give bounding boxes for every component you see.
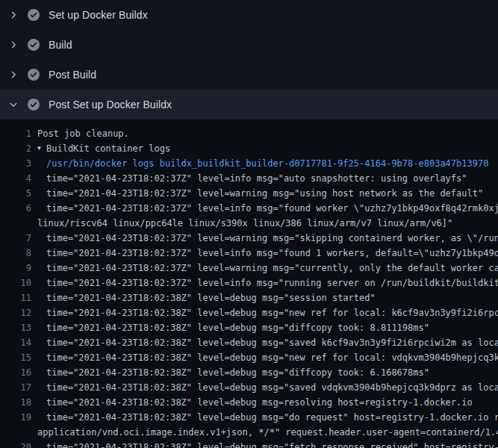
log-line: 18 time="2021-04-23T18:02:38Z" level=deb…: [0, 395, 498, 410]
log-line: 14 time="2021-04-23T18:02:38Z" level=deb…: [0, 335, 498, 350]
log-line-content: time="2021-04-23T18:02:37Z" level=warnin…: [46, 188, 483, 199]
log-line-text: time="2021-04-23T18:02:37Z" level=info m…: [31, 201, 498, 216]
log-line-text: time="2021-04-23T18:02:38Z" level=debug …: [31, 320, 498, 335]
log-line-content: time="2021-04-23T18:02:38Z" level=debug …: [46, 352, 498, 363]
log-line-content: BuildKit container logs: [46, 143, 170, 154]
log-line-number[interactable]: 17: [0, 380, 31, 395]
log-line-number[interactable]: 20: [0, 440, 31, 448]
log-line-content: time="2021-04-23T18:02:37Z" level=info m…: [46, 278, 498, 288]
log-line-number[interactable]: 4: [0, 171, 31, 186]
chevron-right-icon: [7, 39, 19, 51]
log-line: 11 time="2021-04-23T18:02:38Z" level=deb…: [0, 290, 498, 305]
step-label: Build: [49, 39, 72, 51]
log-line-text: /usr/bin/docker logs buildx_buildkit_bui…: [31, 156, 498, 171]
log-line-number[interactable]: 10: [0, 276, 31, 290]
step-label: Post Build: [49, 69, 96, 81]
log-line: 6 time="2021-04-23T18:02:37Z" level=info…: [0, 201, 498, 216]
check-circle-icon: [28, 69, 40, 81]
step-row-setup-docker-buildx[interactable]: Set up Docker Buildx: [0, 0, 498, 30]
chevron-right-icon: [7, 69, 19, 81]
log-line-content: time="2021-04-23T18:02:37Z" level=info m…: [46, 248, 498, 258]
log-line-content: time="2021-04-23T18:02:38Z" level=debug …: [46, 367, 429, 378]
log-line-text: Post job cleanup.: [31, 126, 498, 141]
log-line-number[interactable]: 14: [0, 335, 31, 350]
log-line-text: time="2021-04-23T18:02:38Z" level=debug …: [31, 395, 498, 410]
step-list: Set up Docker Buildx Build Post Build: [0, 0, 498, 119]
log-line-text: time="2021-04-23T18:02:38Z" level=debug …: [31, 350, 498, 365]
log-line-content: time="2021-04-23T18:02:38Z" level=debug …: [46, 382, 498, 393]
log-line: linux/riscv64 linux/ppc64le linux/s390x …: [0, 216, 498, 231]
log-line-content: time="2021-04-23T18:02:38Z" level=debug …: [46, 397, 473, 408]
log-line-number[interactable]: 1: [0, 126, 31, 141]
log-line-number[interactable]: 18: [0, 395, 31, 410]
log-line-number[interactable]: 11: [0, 290, 31, 305]
log-line: 5 time="2021-04-23T18:02:37Z" level=warn…: [0, 186, 498, 201]
log-line: 16 time="2021-04-23T18:02:38Z" level=deb…: [0, 365, 498, 380]
log-line: 2 ▼BuildKit container logs: [0, 141, 498, 156]
log-line-number[interactable]: [0, 425, 31, 440]
step-label: Post Set up Docker Buildx: [49, 99, 172, 111]
log-line-number[interactable]: 19: [0, 410, 31, 425]
log-line-text: time="2021-04-23T18:02:37Z" level=warnin…: [31, 261, 498, 276]
log-line-content: time="2021-04-23T18:02:38Z" level=debug …: [46, 442, 498, 448]
log-line-text: time="2021-04-23T18:02:38Z" level=debug …: [31, 335, 498, 350]
log-line-text: time="2021-04-23T18:02:38Z" level=debug …: [31, 290, 498, 305]
log-line-content: time="2021-04-23T18:02:38Z" level=debug …: [46, 293, 376, 303]
log-line-content: application/vnd.oci.image.index.v1+json,…: [37, 427, 498, 438]
log-line-number[interactable]: 6: [0, 201, 31, 216]
log-line-number[interactable]: 2: [0, 141, 31, 156]
log-line-number[interactable]: 9: [0, 261, 31, 276]
log-line: 9 time="2021-04-23T18:02:37Z" level=warn…: [0, 261, 498, 276]
log-line-content: /usr/bin/docker logs buildx_buildkit_bui…: [46, 158, 488, 169]
actions-log-viewer: Set up Docker Buildx Build Post Build: [0, 0, 498, 448]
log-line: 4 time="2021-04-23T18:02:37Z" level=info…: [0, 171, 498, 186]
log-line-text: time="2021-04-23T18:02:37Z" level=info m…: [31, 276, 498, 290]
log-line-number[interactable]: 13: [0, 320, 31, 335]
log-line-text: time="2021-04-23T18:02:38Z" level=debug …: [31, 365, 498, 380]
log-line-text: application/vnd.oci.image.index.v1+json,…: [31, 425, 498, 440]
log-line-content: Post job cleanup.: [37, 128, 129, 139]
log-line-number[interactable]: 5: [0, 186, 31, 201]
log-line: 12 time="2021-04-23T18:02:38Z" level=deb…: [0, 305, 498, 320]
log-line-content: time="2021-04-23T18:02:38Z" level=debug …: [46, 323, 429, 333]
log-console: 1 Post job cleanup. 2 ▼BuildKit containe…: [0, 119, 498, 448]
log-line-text: time="2021-04-23T18:02:38Z" level=debug …: [31, 380, 498, 395]
log-line-text: time="2021-04-23T18:02:37Z" level=info m…: [31, 246, 498, 261]
log-line-number[interactable]: 15: [0, 350, 31, 365]
log-line: 1 Post job cleanup.: [0, 126, 498, 141]
log-line-content: time="2021-04-23T18:02:37Z" level=warnin…: [46, 263, 498, 273]
log-line-content: time="2021-04-23T18:02:37Z" level=info m…: [46, 203, 498, 214]
step-label: Set up Docker Buildx: [49, 9, 148, 21]
log-line-text: linux/riscv64 linux/ppc64le linux/s390x …: [31, 216, 498, 231]
log-line: 15 time="2021-04-23T18:02:38Z" level=deb…: [0, 350, 498, 365]
step-row-build[interactable]: Build: [0, 30, 498, 60]
log-line: 7 time="2021-04-23T18:02:37Z" level=warn…: [0, 231, 498, 246]
chevron-right-icon: [7, 9, 19, 21]
log-line: 17 time="2021-04-23T18:02:38Z" level=deb…: [0, 380, 498, 395]
step-row-post-build[interactable]: Post Build: [0, 60, 498, 90]
log-line-text: time="2021-04-23T18:02:38Z" level=debug …: [31, 440, 498, 448]
log-line-text: time="2021-04-23T18:02:37Z" level=warnin…: [31, 186, 498, 201]
log-line-text: time="2021-04-23T18:02:38Z" level=debug …: [31, 305, 498, 320]
log-line: 10 time="2021-04-23T18:02:37Z" level=inf…: [0, 276, 498, 290]
log-line-number[interactable]: 8: [0, 246, 31, 261]
log-line: 19 time="2021-04-23T18:02:38Z" level=deb…: [0, 410, 498, 425]
chevron-down-icon: [7, 99, 19, 111]
log-line-number[interactable]: [0, 216, 31, 231]
step-row-post-setup-docker-buildx[interactable]: Post Set up Docker Buildx: [0, 90, 498, 119]
check-circle-icon: [28, 99, 40, 111]
check-circle-icon: [28, 9, 40, 21]
log-line-number[interactable]: 3: [0, 156, 31, 171]
log-line-number[interactable]: 16: [0, 365, 31, 380]
log-line-content: time="2021-04-23T18:02:38Z" level=debug …: [46, 337, 498, 348]
log-line-content: linux/riscv64 linux/ppc64le linux/s390x …: [37, 218, 452, 228]
log-line-number[interactable]: 7: [0, 231, 31, 246]
log-line-number[interactable]: 12: [0, 305, 31, 320]
log-line: 3 /usr/bin/docker logs buildx_buildkit_b…: [0, 156, 498, 171]
log-line-content: time="2021-04-23T18:02:38Z" level=debug …: [46, 412, 498, 423]
log-line-text: time="2021-04-23T18:02:38Z" level=debug …: [31, 410, 498, 425]
log-line: 20 time="2021-04-23T18:02:38Z" level=deb…: [0, 440, 498, 448]
log-line-content: time="2021-04-23T18:02:37Z" level=warnin…: [46, 233, 498, 243]
group-toggle-icon[interactable]: ▼: [37, 141, 46, 156]
log-line: 8 time="2021-04-23T18:02:37Z" level=info…: [0, 246, 498, 261]
